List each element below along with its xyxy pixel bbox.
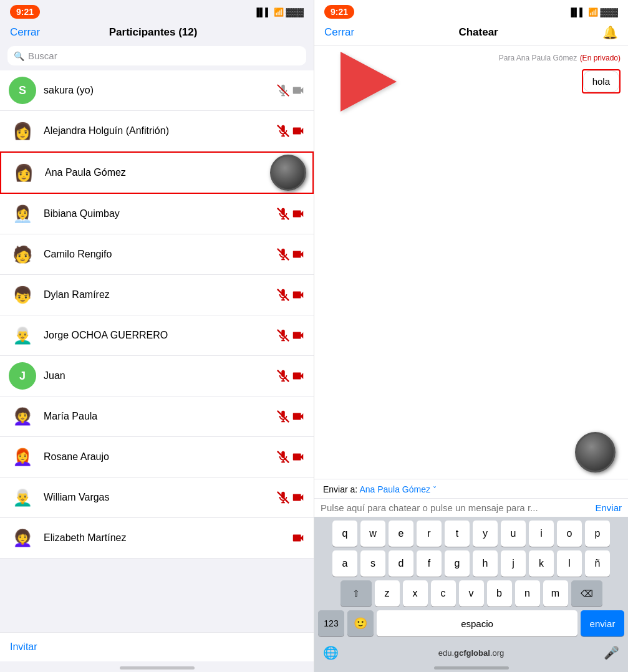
left-nav-bar: Cerrar Participantes (12)	[0, 21, 314, 44]
search-input[interactable]: Buscar	[28, 50, 57, 61]
key-e[interactable]: e	[389, 521, 413, 547]
key-space[interactable]: espacio	[377, 610, 577, 636]
mic-domain-icon[interactable]: 🎤	[604, 645, 619, 660]
key-j[interactable]: j	[501, 550, 526, 577]
participant-item-camilo[interactable]: 🧑 Camilo Rengifo	[0, 234, 314, 275]
send-to-chevron[interactable]: ˅	[433, 486, 437, 494]
key-n[interactable]: n	[515, 580, 540, 607]
participant-item-elizabeth[interactable]: 👩‍🦱 Elizabeth Martínez	[0, 518, 314, 559]
participant-item-sakura[interactable]: S sakura (yo)	[0, 70, 314, 111]
message-row: hola	[322, 69, 621, 94]
key-p[interactable]: p	[585, 521, 610, 547]
key-123[interactable]: 123	[318, 610, 344, 636]
right-nav-bar: Cerrar Chatear 🔔	[314, 21, 628, 46]
key-x[interactable]: x	[403, 580, 428, 607]
key-l[interactable]: l	[557, 550, 582, 577]
key-v[interactable]: v	[459, 580, 484, 607]
key-f[interactable]: f	[417, 550, 442, 577]
key-d[interactable]: d	[389, 550, 413, 577]
key-o[interactable]: o	[557, 521, 582, 547]
william-icons	[276, 491, 305, 504]
right-close-button[interactable]: Cerrar	[324, 26, 354, 39]
participant-name-jorge: Jorge OCHOA GUERRERO	[44, 330, 276, 341]
avatar-jorge: 👨‍🦳	[9, 322, 36, 349]
sakura-icons	[276, 84, 305, 97]
participant-item-rosane[interactable]: 👩‍🦰 Rosane Araujo	[0, 437, 314, 478]
left-close-button[interactable]: Cerrar	[10, 26, 40, 39]
invite-button[interactable]: Invitar	[0, 632, 314, 661]
avatar-camilo: 🧑	[9, 241, 36, 268]
mic-icon-rosane	[276, 450, 290, 464]
avatar-maria-paula: 👩‍🦱	[9, 403, 36, 430]
participant-item-bibiana[interactable]: 👩‍💼 Bibiana Quimbay	[0, 194, 314, 234]
shift-key[interactable]: ⇧	[341, 580, 372, 607]
key-t[interactable]: t	[445, 521, 470, 547]
key-h[interactable]: h	[473, 550, 498, 577]
right-wifi-icon: 📶	[588, 7, 598, 17]
send-to-bar: Enviar a: Ana Paula Gómez ˅	[314, 479, 628, 498]
participant-name-camilo: Camilo Rengifo	[44, 249, 276, 260]
globe-icon[interactable]: 🌐	[323, 645, 339, 660]
participant-item-juan[interactable]: J Juan	[0, 356, 314, 396]
send-to-name[interactable]: Ana Paula Gómez	[359, 484, 430, 494]
key-c[interactable]: c	[431, 580, 456, 607]
arrow-container	[341, 52, 397, 112]
right-status-time: 9:21	[324, 5, 354, 19]
send-button[interactable]: Enviar	[595, 502, 622, 513]
bibiana-icons	[276, 207, 305, 221]
backspace-key[interactable]: ⌫	[571, 580, 602, 607]
elizabeth-icons	[291, 531, 305, 545]
cam-icon-maria-paula	[291, 410, 305, 423]
key-r[interactable]: r	[417, 521, 442, 547]
private-label-text: Para Ana Paula Gómez	[499, 54, 577, 62]
message-bubble: hola	[583, 70, 619, 92]
participant-name-sakura: sakura (yo)	[44, 85, 276, 96]
participant-item-william[interactable]: 👨‍🦳 William Vargas	[0, 478, 314, 518]
participant-name-elizabeth: Elizabeth Martínez	[44, 532, 291, 544]
chat-input[interactable]	[321, 502, 590, 513]
participant-name-maria-paula: María Paula	[44, 411, 276, 422]
key-i[interactable]: i	[529, 521, 554, 547]
participant-item-ana-paula[interactable]: 👩 Ana Paula Gómez	[0, 151, 314, 194]
battery-icon: ▓▓▓	[286, 7, 304, 17]
cam-icon-rosane	[291, 450, 305, 464]
mic-icon-alejandra	[276, 124, 290, 138]
key-y[interactable]: y	[473, 521, 498, 547]
key-g[interactable]: g	[445, 550, 470, 577]
bell-icon[interactable]: 🔔	[602, 25, 618, 40]
key-a[interactable]: a	[332, 550, 357, 577]
key-enviar[interactable]: enviar	[581, 610, 624, 636]
participant-item-dylan[interactable]: 👦 Dylan Ramírez	[0, 275, 314, 315]
participants-list: S sakura (yo) 👩 Alejandra Holguín (Anfit…	[0, 70, 314, 632]
mic-icon-william	[276, 491, 290, 504]
key-b[interactable]: b	[487, 580, 512, 607]
avatar-sakura: S	[9, 77, 36, 104]
cam-icon-dylan	[291, 288, 305, 302]
mic-icon-camilo	[276, 247, 290, 261]
mic-icon-dylan	[276, 288, 290, 302]
key-m[interactable]: m	[543, 580, 568, 607]
key-n-tilde[interactable]: ñ	[585, 550, 610, 577]
mic-icon-juan	[276, 369, 290, 383]
left-status-icons: ▐▌▌ 📶 ▓▓▓	[254, 7, 304, 17]
search-bar[interactable]: 🔍 Buscar	[7, 46, 306, 65]
camilo-icons	[276, 247, 305, 261]
cam-icon-jorge	[291, 329, 305, 342]
key-k[interactable]: k	[529, 550, 554, 577]
left-nav-title: Participantes (12)	[109, 26, 198, 39]
key-emoji[interactable]: 🙂	[347, 610, 374, 636]
participant-item-maria-paula[interactable]: 👩‍🦱 María Paula	[0, 396, 314, 437]
right-nav-title: Chatear	[458, 26, 498, 39]
key-u[interactable]: u	[501, 521, 526, 547]
key-s[interactable]: s	[360, 550, 385, 577]
key-q[interactable]: q	[332, 521, 357, 547]
participant-item-alejandra[interactable]: 👩 Alejandra Holguín (Anfitrión)	[0, 111, 314, 151]
home-bar-right	[434, 666, 509, 670]
chat-input-bar: Enviar	[314, 498, 628, 517]
avatar-elizabeth: 👩‍🦱	[9, 524, 36, 552]
key-w[interactable]: w	[360, 521, 385, 547]
maria-paula-icons	[276, 410, 305, 423]
key-z[interactable]: z	[375, 580, 400, 607]
participant-item-jorge[interactable]: 👨‍🦳 Jorge OCHOA GUERRERO	[0, 315, 314, 356]
avatar-bibiana: 👩‍💼	[9, 200, 36, 228]
